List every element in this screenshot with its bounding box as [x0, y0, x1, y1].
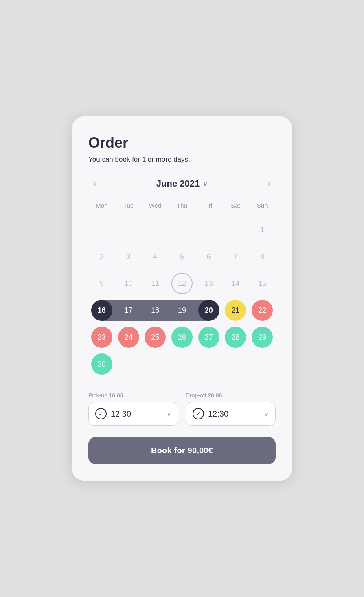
day-20[interactable]: 20: [195, 297, 222, 324]
day-empty: [222, 216, 249, 243]
day-24[interactable]: 24: [115, 324, 142, 351]
day-empty: [249, 351, 276, 378]
day-23[interactable]: 23: [88, 324, 115, 351]
day-empty: [142, 351, 169, 378]
day-empty: [222, 351, 249, 378]
day-header-sat: Sat: [222, 202, 249, 216]
dropoff-check-icon: ✓: [193, 408, 204, 419]
day-6[interactable]: 6: [195, 243, 222, 270]
day-5[interactable]: 5: [169, 243, 195, 270]
day-empty: [115, 216, 142, 243]
day-3[interactable]: 3: [115, 243, 142, 270]
day-empty: [169, 216, 195, 243]
page-title: Order: [88, 134, 276, 151]
order-card: Order You can book for 1 or more days. ‹…: [72, 116, 292, 481]
day-header-thu: Thu: [169, 202, 195, 216]
day-4[interactable]: 4: [142, 243, 169, 270]
day-header-sun: Sun: [249, 202, 276, 216]
day-18[interactable]: 18: [142, 297, 169, 324]
dropoff-label: Drop-off 20.06.: [186, 392, 276, 399]
day-7[interactable]: 7: [222, 243, 249, 270]
pickup-check-icon: ✓: [95, 408, 107, 419]
calendar-header: ‹ June 2021 ∨ ›: [88, 177, 276, 191]
day-empty: [88, 216, 115, 243]
day-empty: [195, 216, 222, 243]
day-15[interactable]: 15: [249, 270, 276, 297]
month-label[interactable]: June 2021 ∨: [156, 178, 208, 189]
prev-month-button[interactable]: ‹: [88, 177, 101, 191]
day-12[interactable]: 12: [169, 270, 195, 297]
day-header-wed: Wed: [142, 202, 169, 216]
day-header-tue: Tue: [115, 202, 142, 216]
day-empty: [169, 351, 195, 378]
day-8[interactable]: 8: [249, 243, 276, 270]
day-13[interactable]: 13: [195, 270, 222, 297]
day-10[interactable]: 10: [115, 270, 142, 297]
dropoff-group: Drop-off 20.06. ✓ 12:30 ∨: [186, 392, 276, 426]
pickup-group: Pick-up 16.06. ✓ 12:30 ∨: [88, 392, 178, 426]
day-header-fri: Fri: [195, 202, 222, 216]
day-26[interactable]: 26: [169, 324, 195, 351]
day-21[interactable]: 21: [222, 297, 249, 324]
dropoff-time-value: 12:30: [208, 409, 260, 419]
calendar-grid: Mon Tue Wed Thu Fri Sat Sun 1 2 3 4 5 6 …: [88, 202, 276, 378]
day-2[interactable]: 2: [88, 243, 115, 270]
day-1[interactable]: 1: [249, 216, 276, 243]
day-27[interactable]: 27: [195, 324, 222, 351]
day-14[interactable]: 14: [222, 270, 249, 297]
day-11[interactable]: 11: [142, 270, 169, 297]
next-month-button[interactable]: ›: [263, 177, 276, 191]
pickup-time-picker[interactable]: ✓ 12:30 ∨: [88, 402, 178, 426]
dropoff-time-picker[interactable]: ✓ 12:30 ∨: [186, 402, 276, 426]
day-19[interactable]: 19: [169, 297, 195, 324]
month-text: June 2021: [156, 178, 200, 189]
day-16[interactable]: 16: [88, 297, 115, 324]
pickup-chevron-icon: ∨: [167, 410, 171, 418]
day-22[interactable]: 22: [249, 297, 276, 324]
day-30[interactable]: 30: [88, 351, 115, 378]
day-header-mon: Mon: [88, 202, 115, 216]
pickup-label: Pick-up 16.06.: [88, 392, 178, 399]
book-button[interactable]: Book for 90,00€: [88, 437, 276, 464]
day-empty: [142, 216, 169, 243]
day-9[interactable]: 9: [88, 270, 115, 297]
day-25[interactable]: 25: [142, 324, 169, 351]
day-empty: [195, 351, 222, 378]
day-28[interactable]: 28: [222, 324, 249, 351]
day-empty: [115, 351, 142, 378]
time-section: Pick-up 16.06. ✓ 12:30 ∨ Drop-off 20.06.…: [88, 392, 276, 426]
page-subtitle: You can book for 1 or more days.: [88, 156, 276, 164]
day-17[interactable]: 17: [115, 297, 142, 324]
month-chevron-icon: ∨: [203, 180, 208, 188]
dropoff-chevron-icon: ∨: [264, 410, 269, 418]
day-29[interactable]: 29: [249, 324, 276, 351]
pickup-time-value: 12:30: [111, 409, 162, 419]
